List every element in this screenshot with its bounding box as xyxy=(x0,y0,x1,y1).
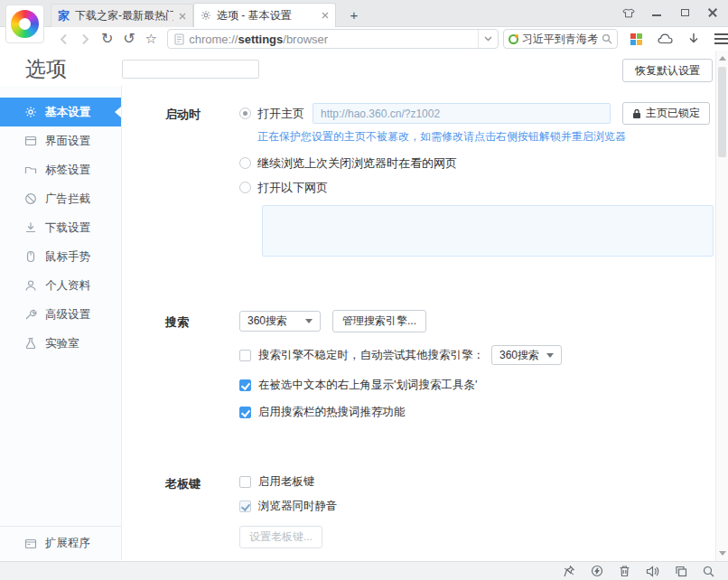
checkbox-label[interactable]: 在被选中文本的右上角显示'划词搜索工具条' xyxy=(258,378,477,393)
forward-button[interactable] xyxy=(74,29,96,49)
default-engine-select[interactable]: 360搜索 xyxy=(239,311,321,332)
hamburger-menu-icon[interactable] xyxy=(714,33,728,44)
checkbox-label[interactable]: 启用老板键 xyxy=(258,474,315,490)
download-icon xyxy=(24,221,37,234)
windows-arrange-icon[interactable] xyxy=(675,566,687,577)
search-query-text[interactable]: 习近平到青海考 xyxy=(522,32,598,47)
extensions-icon xyxy=(24,538,37,550)
search-box[interactable]: 习近平到青海考 xyxy=(503,29,618,49)
checkbox-enable-bosskey[interactable] xyxy=(239,476,251,488)
section-label-startup: 启动时 xyxy=(165,101,239,257)
manage-engines-button[interactable]: 管理搜索引擎... xyxy=(332,310,426,332)
tab-icon xyxy=(24,164,37,176)
vertical-scrollbar[interactable] xyxy=(715,51,728,561)
checkbox-label[interactable]: 启用搜索栏的热搜词推荐功能 xyxy=(258,405,406,420)
radio-open-pages[interactable] xyxy=(239,182,251,193)
url-text: chrome://settings/browser xyxy=(189,33,478,46)
cloud-sync-icon[interactable] xyxy=(658,33,673,44)
restore-defaults-button[interactable]: 恢复默认设置 xyxy=(622,59,713,82)
pinwheel-logo-icon xyxy=(11,10,39,38)
boost-icon[interactable] xyxy=(591,565,603,577)
checkbox-label[interactable]: 浏览器同时静音 xyxy=(258,499,338,514)
checkbox-label[interactable]: 搜索引擎不稳定时，自动尝试其他搜索引擎： xyxy=(258,348,484,363)
gear-icon xyxy=(24,106,37,118)
person-icon xyxy=(24,279,37,292)
block-circle-icon xyxy=(24,192,37,205)
browser-logo[interactable] xyxy=(5,5,44,43)
sidebar-item-interface-settings[interactable]: 界面设置 xyxy=(0,126,121,155)
tab-strip: 家 下载之家-最新最热门的绿色软 选项 - 基本设置 + xyxy=(0,0,728,27)
startup-pages-textarea[interactable] xyxy=(262,205,714,257)
sidebar-item-lab[interactable]: 实验室 xyxy=(0,329,121,358)
settings-content: 启动时 打开主页 主页已锁定 正在保护您设置的主页不被篡改，如需修改请点击右侧按… xyxy=(123,86,715,560)
tab-download-home[interactable]: 家 下载之家-最新最热门的绿色软 xyxy=(51,4,193,27)
sidebar-item-ad-block[interactable]: 广告拦截 xyxy=(0,184,121,213)
sidebar-item-download-settings[interactable]: 下载设置 xyxy=(0,213,121,242)
section-label-search: 搜索 xyxy=(165,309,239,424)
radio-open-homepage[interactable] xyxy=(239,108,251,119)
page-icon xyxy=(174,33,184,45)
sidebar-item-tab-settings[interactable]: 标签设置 xyxy=(0,155,121,184)
close-button[interactable] xyxy=(706,6,719,19)
skin-shirt-icon[interactable] xyxy=(622,6,635,19)
tab-title: 选项 - 基本设置 xyxy=(217,8,316,23)
homepage-locked-button[interactable]: 主页已锁定 xyxy=(622,102,710,125)
tab-settings[interactable]: 选项 - 基本设置 xyxy=(193,3,336,27)
download-manager-icon[interactable] xyxy=(688,33,699,45)
settings-search-input[interactable] xyxy=(122,60,259,79)
radio-label[interactable]: 继续浏览上次关闭浏览器时在看的网页 xyxy=(257,155,457,172)
set-bosskey-button[interactable]: 设置老板键... xyxy=(239,526,322,548)
tab-close-icon[interactable] xyxy=(179,13,186,20)
pin-sidebar-icon[interactable] xyxy=(563,565,575,577)
fallback-engine-select[interactable]: 360搜索 xyxy=(491,345,562,365)
tab1-favicon: 家 xyxy=(58,8,70,24)
flask-icon xyxy=(24,337,37,350)
checkbox-fallback-engine[interactable] xyxy=(239,350,251,361)
zoom-magnifier-icon[interactable] xyxy=(703,566,714,577)
new-tab-button[interactable]: + xyxy=(341,5,367,23)
checkbox-selection-toolbar[interactable] xyxy=(239,379,251,391)
maximize-button[interactable] xyxy=(678,6,691,19)
lock-icon xyxy=(632,108,641,119)
homepage-url-input[interactable] xyxy=(313,103,611,124)
sidebar-item-profile[interactable]: 个人资料 xyxy=(0,271,121,300)
gear-icon xyxy=(201,10,211,21)
apps-grid-icon[interactable] xyxy=(630,33,642,45)
360-search-icon xyxy=(509,34,518,44)
navigation-toolbar: ↻ ↺ ☆ chrome://settings/browser 习近平到青海考 xyxy=(0,27,728,51)
scroll-down-icon[interactable] xyxy=(719,551,726,556)
sidebar-item-mouse-gestures[interactable]: 鼠标手势 xyxy=(0,242,121,271)
address-bar[interactable]: chrome://settings/browser xyxy=(167,29,499,49)
homepage-protect-note: 正在保护您设置的主页不被篡改，如需修改请点击右侧按钮解锁并重启浏览器 xyxy=(257,129,715,145)
section-label-bosskey: 老板键 xyxy=(165,471,239,548)
window-icon xyxy=(24,135,37,147)
scrollbar-thumb[interactable] xyxy=(718,67,726,157)
radio-label[interactable]: 打开主页 xyxy=(257,106,304,122)
radio-continue-session[interactable] xyxy=(239,157,251,169)
wrench-icon xyxy=(24,308,37,321)
mouse-icon xyxy=(24,250,37,263)
minimize-button[interactable] xyxy=(650,6,663,19)
settings-sidebar: 基本设置 界面设置 标签设置 广告拦截 下载设置 鼠标手势 个人资料 xyxy=(0,86,122,560)
volume-icon[interactable] xyxy=(646,566,659,577)
undo-closed-tab-button[interactable]: ↺ xyxy=(118,29,140,49)
sidebar-item-basic-settings[interactable]: 基本设置 xyxy=(0,98,121,126)
sidebar-item-advanced-settings[interactable]: 高级设置 xyxy=(0,300,121,329)
settings-page-header: 选项 恢复默认设置 xyxy=(0,51,715,86)
favorite-star-icon[interactable]: ☆ xyxy=(140,29,162,49)
tab-title: 下载之家-最新最热门的绿色软 xyxy=(75,8,173,23)
chevron-down-icon xyxy=(305,319,313,323)
scroll-up-icon[interactable] xyxy=(719,56,726,61)
tab-close-icon[interactable] xyxy=(322,12,329,19)
back-button[interactable] xyxy=(52,29,74,49)
page-title: 选项 xyxy=(25,55,67,83)
radio-label[interactable]: 打开以下网页 xyxy=(257,180,328,196)
checkbox-hotwords[interactable] xyxy=(239,407,251,418)
magnifier-icon[interactable] xyxy=(602,33,612,44)
chevron-down-icon xyxy=(546,353,554,358)
checkbox-mute-browser[interactable] xyxy=(239,500,251,512)
refresh-button[interactable]: ↻ xyxy=(97,29,118,49)
sidebar-item-extensions[interactable]: 扩展程序 xyxy=(0,527,121,560)
clear-data-trash-icon[interactable] xyxy=(619,565,630,577)
url-dropdown-button[interactable] xyxy=(478,30,498,48)
